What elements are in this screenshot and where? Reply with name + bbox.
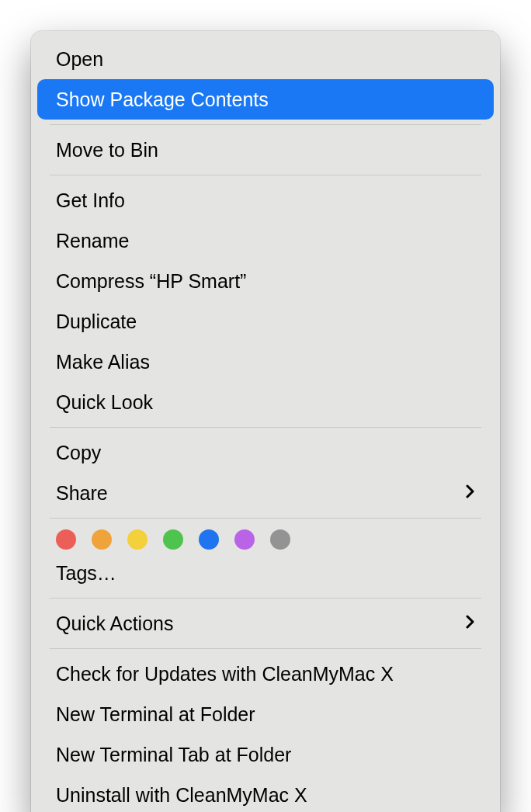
menu-item-uninstall[interactable]: Uninstall with CleanMyMac X xyxy=(37,775,494,812)
tag-red[interactable] xyxy=(56,529,76,550)
menu-item-label: Tags… xyxy=(56,557,475,588)
menu-item-label: Quick Actions xyxy=(56,608,466,639)
menu-item-share[interactable]: Share xyxy=(37,473,494,513)
chevron-right-icon xyxy=(466,609,475,637)
menu-separator xyxy=(50,175,481,175)
menu-item-label: Uninstall with CleanMyMac X xyxy=(56,779,475,810)
menu-item-quick-actions[interactable]: Quick Actions xyxy=(37,603,494,644)
menu-item-label: New Terminal at Folder xyxy=(56,699,475,730)
menu-item-label: Get Info xyxy=(56,185,475,216)
chevron-right-icon xyxy=(466,479,475,506)
menu-item-label: Share xyxy=(56,477,466,508)
tag-color-row xyxy=(31,523,500,553)
menu-item-make-alias[interactable]: Make Alias xyxy=(37,342,494,382)
menu-item-label: Quick Look xyxy=(56,387,475,418)
menu-item-label: Copy xyxy=(56,437,475,468)
menu-item-label: Move to Bin xyxy=(56,134,475,165)
menu-item-label: Compress “HP Smart” xyxy=(56,265,475,297)
menu-separator xyxy=(50,648,481,649)
menu-item-label: Make Alias xyxy=(56,346,475,377)
menu-item-tags[interactable]: Tags… xyxy=(37,553,494,593)
menu-item-new-terminal-tab[interactable]: New Terminal Tab at Folder xyxy=(37,734,494,775)
menu-item-new-terminal[interactable]: New Terminal at Folder xyxy=(37,694,494,734)
tag-blue[interactable] xyxy=(199,529,219,550)
menu-item-label: Open xyxy=(56,43,475,75)
menu-item-label: Check for Updates with CleanMyMac X xyxy=(56,658,475,689)
menu-item-copy[interactable]: Copy xyxy=(37,432,494,473)
menu-item-label: Rename xyxy=(56,225,475,256)
menu-item-label: New Terminal Tab at Folder xyxy=(56,739,475,770)
menu-separator xyxy=(50,518,481,519)
menu-item-quick-look[interactable]: Quick Look xyxy=(37,382,494,422)
menu-item-label: Duplicate xyxy=(56,306,475,337)
tag-yellow[interactable] xyxy=(127,529,148,550)
menu-item-move-to-bin[interactable]: Move to Bin xyxy=(37,130,494,170)
menu-item-open[interactable]: Open xyxy=(37,39,494,79)
menu-item-label: Show Package Contents xyxy=(56,84,475,115)
menu-item-rename[interactable]: Rename xyxy=(37,220,494,261)
menu-separator xyxy=(50,598,481,599)
menu-item-compress[interactable]: Compress “HP Smart” xyxy=(37,261,494,301)
tag-gray[interactable] xyxy=(270,529,290,550)
menu-separator xyxy=(50,124,481,125)
tag-green[interactable] xyxy=(163,529,183,550)
context-menu: Open Show Package Contents Move to Bin G… xyxy=(31,31,500,812)
tag-purple[interactable] xyxy=(234,529,255,550)
menu-separator xyxy=(50,427,481,428)
menu-item-get-info[interactable]: Get Info xyxy=(37,180,494,220)
menu-item-duplicate[interactable]: Duplicate xyxy=(37,301,494,342)
menu-item-check-updates[interactable]: Check for Updates with CleanMyMac X xyxy=(37,654,494,694)
tag-orange[interactable] xyxy=(92,529,112,550)
menu-item-show-package-contents[interactable]: Show Package Contents xyxy=(37,79,494,120)
